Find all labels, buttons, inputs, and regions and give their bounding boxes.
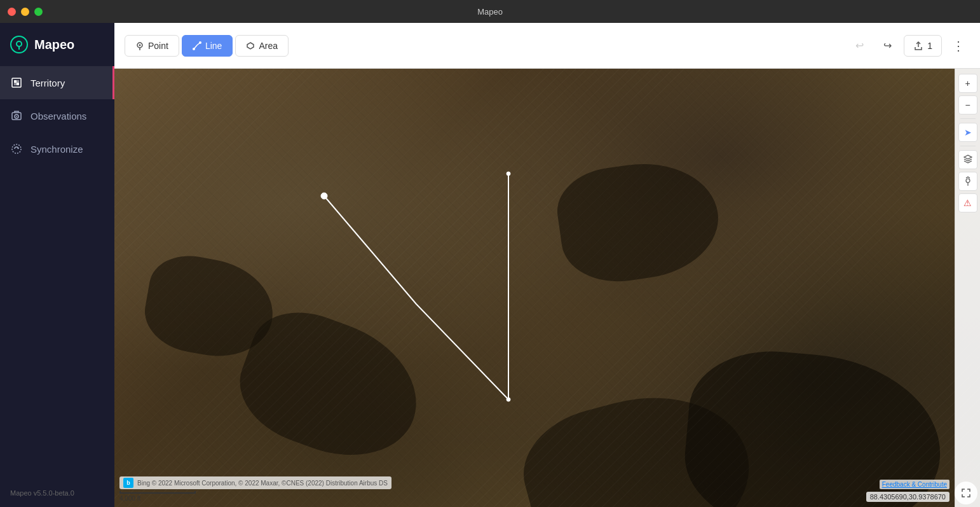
export-button[interactable]: 1 <box>904 35 942 57</box>
sidebar-item-synchronize[interactable]: Synchronize <box>0 132 114 165</box>
svg-rect-4 <box>14 83 17 85</box>
app-logo: Mapeo <box>0 23 114 66</box>
map-toolbar: Point Line Area ↩ <box>114 23 980 69</box>
svg-point-0 <box>17 41 22 46</box>
attribution-text: Bing © 2022 Microsoft Corporation, © 202… <box>137 480 388 487</box>
svg-point-12 <box>193 48 195 50</box>
logo-icon <box>10 36 28 53</box>
edit-location-icon <box>963 176 973 186</box>
titlebar-controls <box>8 8 43 16</box>
scale-line <box>119 491 196 494</box>
line-label: Line <box>205 41 222 51</box>
export-count: 1 <box>927 41 932 51</box>
redo-button[interactable]: ↪ <box>876 34 899 57</box>
content-area: Point Line Area ↩ <box>114 23 980 507</box>
titlebar: Mapeo <box>0 0 980 23</box>
sidebar-item-territory[interactable]: Territory <box>0 66 114 99</box>
sidebar-item-synchronize-label: Synchronize <box>31 144 83 155</box>
point-icon <box>135 41 144 50</box>
feedback-link[interactable]: Feedback & Contribute <box>880 480 949 489</box>
sidebar-item-territory-label: Territory <box>31 78 65 88</box>
sidebar-footer: Mapeo v5.5.0-beta.0 <box>0 479 114 507</box>
line-icon <box>193 41 201 50</box>
controls-divider <box>960 118 976 119</box>
svg-point-8 <box>16 116 17 117</box>
terrain-overlay <box>114 69 980 507</box>
version-label: Mapeo v5.5.0-beta.0 <box>10 489 74 497</box>
sidebar-item-observations-label: Observations <box>31 111 86 122</box>
zoom-in-button[interactable]: + <box>958 74 977 93</box>
area-tool-button[interactable]: Area <box>235 35 289 57</box>
controls-divider-2 <box>960 146 976 146</box>
line-tool-button[interactable]: Line <box>182 35 233 57</box>
svg-rect-3 <box>17 80 19 83</box>
territory-icon <box>10 76 23 89</box>
alert-button[interactable]: ⚠ <box>958 193 977 212</box>
svg-rect-1 <box>12 78 21 87</box>
close-button[interactable] <box>8 8 16 16</box>
area-label: Area <box>259 41 278 51</box>
map-attribution: b Bing © 2022 Microsoft Corporation, © 2… <box>119 476 391 489</box>
map-container[interactable]: + − ➤ <box>114 69 980 507</box>
layers-icon <box>963 155 973 165</box>
upload-icon <box>913 41 923 51</box>
zoom-out-button[interactable]: − <box>958 95 977 115</box>
logo-label: Mapeo <box>34 38 74 52</box>
svg-point-9 <box>12 144 21 153</box>
sidebar-nav: Territory Observations <box>0 66 114 479</box>
undo-button[interactable]: ↩ <box>848 34 871 57</box>
svg-rect-5 <box>17 83 19 85</box>
minimize-button[interactable] <box>21 8 29 16</box>
sync-icon <box>10 142 23 155</box>
svg-rect-2 <box>14 80 17 83</box>
main-layout: Mapeo Territory <box>0 23 980 507</box>
svg-point-13 <box>199 41 201 44</box>
point-tool-button[interactable]: Point <box>125 35 179 57</box>
coordinates-display: 88.4305690,30.9378670 <box>866 492 949 502</box>
edit-location-button[interactable] <box>958 172 977 191</box>
location-button[interactable]: ➤ <box>958 123 977 142</box>
scale-label: 4,000 ft <box>119 495 140 502</box>
map-controls: + − ➤ <box>955 69 980 507</box>
area-icon <box>246 41 255 50</box>
expand-icon <box>960 487 972 499</box>
sidebar-item-observations[interactable]: Observations <box>0 99 114 132</box>
more-button[interactable]: ⋮ <box>947 36 970 56</box>
fullscreen-button[interactable] <box>955 482 977 504</box>
layers-button[interactable] <box>958 150 977 169</box>
scale-bar: 4,000 ft <box>119 491 196 502</box>
maximize-button[interactable] <box>34 8 43 16</box>
point-label: Point <box>148 41 168 51</box>
sidebar: Mapeo Territory <box>0 23 114 507</box>
bing-logo: b <box>123 478 133 488</box>
draw-tools-group: Point Line Area <box>125 35 289 57</box>
svg-point-17 <box>966 179 970 183</box>
app-title: Mapeo <box>477 7 503 17</box>
map-background <box>114 69 980 507</box>
observations-icon <box>10 109 23 122</box>
svg-point-11 <box>139 44 141 46</box>
